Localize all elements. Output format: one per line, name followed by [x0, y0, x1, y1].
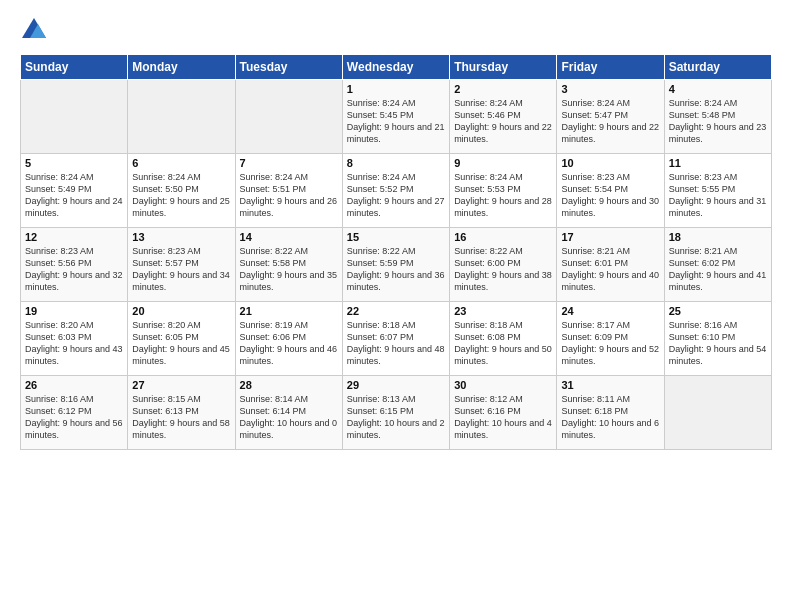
- logo: [20, 16, 52, 44]
- day-details: Sunrise: 8:11 AMSunset: 6:18 PMDaylight:…: [561, 393, 659, 442]
- day-details: Sunrise: 8:18 AMSunset: 6:08 PMDaylight:…: [454, 319, 552, 368]
- calendar-cell: 25Sunrise: 8:16 AMSunset: 6:10 PMDayligh…: [664, 302, 771, 376]
- day-details: Sunrise: 8:24 AMSunset: 5:50 PMDaylight:…: [132, 171, 230, 220]
- day-details: Sunrise: 8:20 AMSunset: 6:05 PMDaylight:…: [132, 319, 230, 368]
- header: [20, 16, 772, 44]
- day-number: 17: [561, 231, 659, 243]
- day-details: Sunrise: 8:18 AMSunset: 6:07 PMDaylight:…: [347, 319, 445, 368]
- calendar-cell: 21Sunrise: 8:19 AMSunset: 6:06 PMDayligh…: [235, 302, 342, 376]
- week-row-3: 12Sunrise: 8:23 AMSunset: 5:56 PMDayligh…: [21, 228, 772, 302]
- weekday-header-sunday: Sunday: [21, 55, 128, 80]
- calendar-cell: [664, 376, 771, 450]
- day-number: 7: [240, 157, 338, 169]
- day-details: Sunrise: 8:23 AMSunset: 5:54 PMDaylight:…: [561, 171, 659, 220]
- day-details: Sunrise: 8:13 AMSunset: 6:15 PMDaylight:…: [347, 393, 445, 442]
- day-number: 9: [454, 157, 552, 169]
- logo-icon: [20, 16, 48, 44]
- calendar-cell: 7Sunrise: 8:24 AMSunset: 5:51 PMDaylight…: [235, 154, 342, 228]
- day-number: 3: [561, 83, 659, 95]
- day-number: 25: [669, 305, 767, 317]
- day-details: Sunrise: 8:14 AMSunset: 6:14 PMDaylight:…: [240, 393, 338, 442]
- day-number: 21: [240, 305, 338, 317]
- day-number: 20: [132, 305, 230, 317]
- day-details: Sunrise: 8:24 AMSunset: 5:51 PMDaylight:…: [240, 171, 338, 220]
- day-details: Sunrise: 8:19 AMSunset: 6:06 PMDaylight:…: [240, 319, 338, 368]
- day-details: Sunrise: 8:24 AMSunset: 5:48 PMDaylight:…: [669, 97, 767, 146]
- day-number: 26: [25, 379, 123, 391]
- day-number: 5: [25, 157, 123, 169]
- calendar-cell: 2Sunrise: 8:24 AMSunset: 5:46 PMDaylight…: [450, 80, 557, 154]
- weekday-header-saturday: Saturday: [664, 55, 771, 80]
- calendar-cell: 30Sunrise: 8:12 AMSunset: 6:16 PMDayligh…: [450, 376, 557, 450]
- calendar-cell: 10Sunrise: 8:23 AMSunset: 5:54 PMDayligh…: [557, 154, 664, 228]
- day-details: Sunrise: 8:24 AMSunset: 5:49 PMDaylight:…: [25, 171, 123, 220]
- day-details: Sunrise: 8:22 AMSunset: 6:00 PMDaylight:…: [454, 245, 552, 294]
- calendar-cell: [128, 80, 235, 154]
- day-number: 22: [347, 305, 445, 317]
- day-details: Sunrise: 8:21 AMSunset: 6:02 PMDaylight:…: [669, 245, 767, 294]
- week-row-5: 26Sunrise: 8:16 AMSunset: 6:12 PMDayligh…: [21, 376, 772, 450]
- calendar-page: SundayMondayTuesdayWednesdayThursdayFrid…: [0, 0, 792, 612]
- calendar-cell: 24Sunrise: 8:17 AMSunset: 6:09 PMDayligh…: [557, 302, 664, 376]
- day-details: Sunrise: 8:23 AMSunset: 5:56 PMDaylight:…: [25, 245, 123, 294]
- day-details: Sunrise: 8:17 AMSunset: 6:09 PMDaylight:…: [561, 319, 659, 368]
- calendar-cell: 23Sunrise: 8:18 AMSunset: 6:08 PMDayligh…: [450, 302, 557, 376]
- weekday-header-thursday: Thursday: [450, 55, 557, 80]
- calendar-cell: 28Sunrise: 8:14 AMSunset: 6:14 PMDayligh…: [235, 376, 342, 450]
- calendar-cell: 19Sunrise: 8:20 AMSunset: 6:03 PMDayligh…: [21, 302, 128, 376]
- calendar-cell: 4Sunrise: 8:24 AMSunset: 5:48 PMDaylight…: [664, 80, 771, 154]
- calendar-cell: 17Sunrise: 8:21 AMSunset: 6:01 PMDayligh…: [557, 228, 664, 302]
- day-number: 10: [561, 157, 659, 169]
- calendar-cell: 16Sunrise: 8:22 AMSunset: 6:00 PMDayligh…: [450, 228, 557, 302]
- weekday-header-wednesday: Wednesday: [342, 55, 449, 80]
- day-number: 13: [132, 231, 230, 243]
- day-number: 24: [561, 305, 659, 317]
- weekday-header-row: SundayMondayTuesdayWednesdayThursdayFrid…: [21, 55, 772, 80]
- day-number: 8: [347, 157, 445, 169]
- day-details: Sunrise: 8:23 AMSunset: 5:55 PMDaylight:…: [669, 171, 767, 220]
- day-number: 1: [347, 83, 445, 95]
- week-row-4: 19Sunrise: 8:20 AMSunset: 6:03 PMDayligh…: [21, 302, 772, 376]
- weekday-header-tuesday: Tuesday: [235, 55, 342, 80]
- calendar-cell: 5Sunrise: 8:24 AMSunset: 5:49 PMDaylight…: [21, 154, 128, 228]
- day-number: 27: [132, 379, 230, 391]
- week-row-1: 1Sunrise: 8:24 AMSunset: 5:45 PMDaylight…: [21, 80, 772, 154]
- day-number: 2: [454, 83, 552, 95]
- day-details: Sunrise: 8:24 AMSunset: 5:45 PMDaylight:…: [347, 97, 445, 146]
- weekday-header-friday: Friday: [557, 55, 664, 80]
- day-details: Sunrise: 8:16 AMSunset: 6:10 PMDaylight:…: [669, 319, 767, 368]
- day-number: 12: [25, 231, 123, 243]
- day-details: Sunrise: 8:24 AMSunset: 5:46 PMDaylight:…: [454, 97, 552, 146]
- day-details: Sunrise: 8:16 AMSunset: 6:12 PMDaylight:…: [25, 393, 123, 442]
- calendar-cell: 18Sunrise: 8:21 AMSunset: 6:02 PMDayligh…: [664, 228, 771, 302]
- day-details: Sunrise: 8:15 AMSunset: 6:13 PMDaylight:…: [132, 393, 230, 442]
- calendar-table: SundayMondayTuesdayWednesdayThursdayFrid…: [20, 54, 772, 450]
- day-number: 16: [454, 231, 552, 243]
- day-number: 30: [454, 379, 552, 391]
- calendar-cell: 8Sunrise: 8:24 AMSunset: 5:52 PMDaylight…: [342, 154, 449, 228]
- calendar-cell: [21, 80, 128, 154]
- weekday-header-monday: Monday: [128, 55, 235, 80]
- day-number: 6: [132, 157, 230, 169]
- week-row-2: 5Sunrise: 8:24 AMSunset: 5:49 PMDaylight…: [21, 154, 772, 228]
- calendar-cell: 29Sunrise: 8:13 AMSunset: 6:15 PMDayligh…: [342, 376, 449, 450]
- day-details: Sunrise: 8:24 AMSunset: 5:53 PMDaylight:…: [454, 171, 552, 220]
- day-number: 28: [240, 379, 338, 391]
- day-details: Sunrise: 8:23 AMSunset: 5:57 PMDaylight:…: [132, 245, 230, 294]
- day-number: 11: [669, 157, 767, 169]
- day-number: 31: [561, 379, 659, 391]
- calendar-cell: 14Sunrise: 8:22 AMSunset: 5:58 PMDayligh…: [235, 228, 342, 302]
- day-details: Sunrise: 8:22 AMSunset: 5:58 PMDaylight:…: [240, 245, 338, 294]
- calendar-cell: 11Sunrise: 8:23 AMSunset: 5:55 PMDayligh…: [664, 154, 771, 228]
- calendar-cell: 13Sunrise: 8:23 AMSunset: 5:57 PMDayligh…: [128, 228, 235, 302]
- day-number: 4: [669, 83, 767, 95]
- calendar-cell: 20Sunrise: 8:20 AMSunset: 6:05 PMDayligh…: [128, 302, 235, 376]
- day-details: Sunrise: 8:24 AMSunset: 5:47 PMDaylight:…: [561, 97, 659, 146]
- day-details: Sunrise: 8:12 AMSunset: 6:16 PMDaylight:…: [454, 393, 552, 442]
- calendar-cell: 15Sunrise: 8:22 AMSunset: 5:59 PMDayligh…: [342, 228, 449, 302]
- calendar-cell: [235, 80, 342, 154]
- day-details: Sunrise: 8:20 AMSunset: 6:03 PMDaylight:…: [25, 319, 123, 368]
- calendar-cell: 6Sunrise: 8:24 AMSunset: 5:50 PMDaylight…: [128, 154, 235, 228]
- day-details: Sunrise: 8:24 AMSunset: 5:52 PMDaylight:…: [347, 171, 445, 220]
- day-number: 23: [454, 305, 552, 317]
